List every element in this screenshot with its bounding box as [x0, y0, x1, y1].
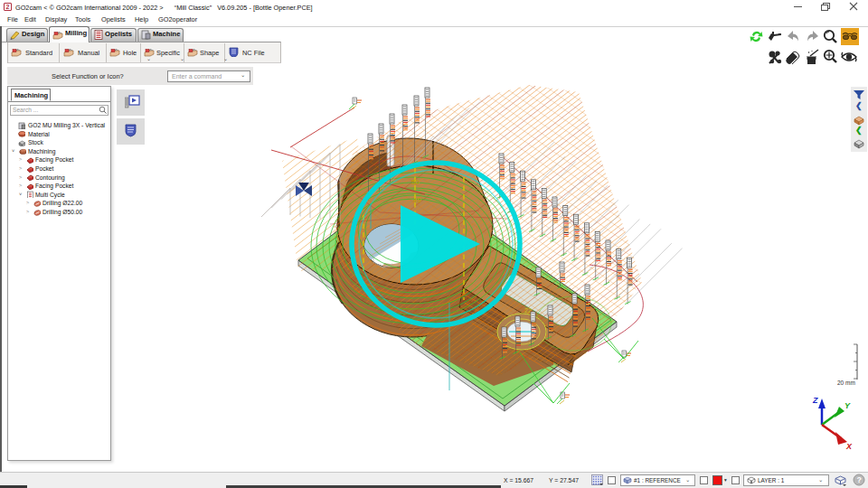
svg-text:50: 50 — [411, 178, 420, 186]
svg-text:Z: Z — [812, 396, 818, 405]
svg-text:?: ? — [857, 475, 863, 484]
svg-text:49: 49 — [413, 196, 421, 204]
svg-text:Y: Y — [844, 401, 851, 410]
svg-text:X: X — [845, 442, 853, 451]
svg-text:20 mm: 20 mm — [837, 380, 855, 386]
